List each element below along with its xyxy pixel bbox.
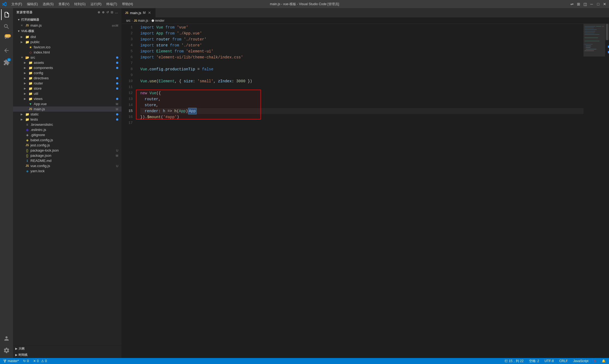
source-control-icon[interactable]: 247 [1, 33, 12, 44]
folder-store[interactable]: ▶ 📁 store [13, 86, 122, 91]
outline-section[interactable]: ▶ 大纲 [13, 346, 122, 352]
folder-assets[interactable]: ▶ 📁 assets [13, 60, 122, 65]
file-packagelock[interactable]: {} package-lock.json U [13, 148, 122, 153]
language-status[interactable]: JavaScript [572, 358, 589, 364]
titlebar: 文件(F) 编辑(E) 选择(S) 查看(V) 转到(G) 运行(R) 终端(T… [0, 0, 609, 8]
collapse-icon[interactable]: ⊟ [111, 11, 113, 14]
file-packagejson[interactable]: {} package.json M [13, 153, 122, 158]
new-folder-icon[interactable]: ⊕ [102, 11, 105, 14]
run-debug-icon[interactable] [1, 45, 12, 56]
assets-arrow: ▶ [24, 61, 27, 64]
search-icon[interactable] [1, 21, 12, 32]
file-appvue[interactable]: ▼ App.vue M [13, 101, 122, 106]
file-vueconfig[interactable]: JS vue.config.js U [13, 163, 122, 168]
menu-view[interactable]: 查看(V) [56, 1, 72, 7]
split-icon[interactable]: ◫ [583, 2, 587, 6]
line-column-text: 行 15，列 22 [505, 359, 523, 363]
warning-icon: ⚠ [41, 359, 44, 363]
timeline-section[interactable]: ▶ 时间线 [13, 352, 122, 358]
menu-terminal[interactable]: 终端(T) [104, 1, 119, 7]
encoding-status[interactable]: UTF-8 [543, 358, 555, 364]
tests-label: tests [30, 117, 116, 121]
git-branch-status[interactable]: master* [2, 358, 20, 364]
file-eslintrc[interactable]: ◉ .eslintrc.js [13, 127, 122, 132]
folder-tests[interactable]: ▶ 📁 tests [13, 117, 122, 122]
tab-close-button[interactable]: ✕ [147, 10, 152, 15]
file-index-html[interactable]: ◇ index.html [13, 50, 122, 55]
refresh-icon[interactable]: ↺ [106, 11, 109, 14]
line-num-8: 8 [122, 66, 133, 72]
gitignore-icon: ◈ [25, 133, 29, 137]
views-folder-icon: 📁 [28, 97, 33, 101]
spaces-status[interactable]: 空格: 2 [528, 358, 540, 364]
breadcrumb-mainjs[interactable]: JSmain.js [134, 19, 148, 23]
errors-status[interactable]: ✕ 0 ⚠ 0 [32, 358, 48, 364]
file-jestconfig[interactable]: JS jest.config.js [13, 143, 122, 148]
svg-rect-7 [585, 34, 599, 35]
more-options-icon[interactable]: … [115, 11, 118, 14]
sogou-icon[interactable]: S [593, 358, 597, 364]
sync-status[interactable]: ↻ 0 [22, 358, 30, 364]
close-file-icon[interactable]: ✕ [21, 24, 24, 27]
dist-folder-icon: 📁 [25, 35, 29, 39]
file-readme[interactable]: ℹ README.md [13, 158, 122, 163]
open-file-mainjs[interactable]: ✕ JS main.js src M [13, 23, 122, 28]
folder-directives[interactable]: ▶ 📁 directives [13, 76, 122, 81]
new-file-icon[interactable]: ⊕ [98, 11, 100, 14]
src-modified-dot [116, 57, 118, 59]
open-file-name: main.js [30, 23, 111, 27]
line-column-status[interactable]: 行 15，列 22 [504, 358, 524, 364]
file-yarnlock[interactable]: ◈ yarn.lock [13, 168, 122, 174]
svg-rect-9 [585, 41, 599, 41]
folder-config[interactable]: ▶ 📁 config [13, 70, 122, 76]
tab-mainjs[interactable]: JS main.js M ✕ [122, 8, 156, 17]
explorer-icon[interactable] [1, 9, 12, 20]
folder-dist[interactable]: ▶ 📁 dist [13, 34, 122, 39]
menu-select[interactable]: 选择(S) [41, 1, 56, 7]
readme-icon: ℹ [25, 159, 29, 163]
views-label: views [34, 97, 116, 101]
minimize-button[interactable]: ─ [589, 2, 594, 6]
code-line-3: import router from './router' [140, 36, 583, 42]
scrollbar-track[interactable] [605, 24, 609, 358]
code-content[interactable]: import Vue from 'vue' import App from '.… [136, 24, 583, 358]
folder-static[interactable]: ▶ 📁 static [13, 112, 122, 117]
titlebar-controls: ⇌ ⊞ ◫ ─ □ ✕ [570, 2, 607, 6]
folder-views[interactable]: ▶ 📁 views [13, 96, 122, 101]
file-browserslistrc[interactable]: ≡ .browserslistrc [13, 122, 122, 127]
settings-icon[interactable] [1, 345, 12, 356]
file-babelconfig[interactable]: ◈ babel.config.js [13, 137, 122, 143]
code-line-15: render: h => h(App)App [140, 108, 583, 114]
extensions-icon[interactable]: 1 [1, 57, 12, 68]
file-mainjs[interactable]: JS main.js M [13, 106, 122, 112]
folder-router[interactable]: ▶ 📁 router [13, 81, 122, 86]
layout-icons-status[interactable]: 🔔 [601, 358, 607, 364]
file-favicon[interactable]: ★ favicon.ico [13, 45, 122, 50]
line-ending-status[interactable]: CRLF [558, 358, 569, 364]
scrollbar-thumb[interactable] [606, 24, 608, 40]
folder-src[interactable]: ▼ 📂 src [13, 55, 122, 60]
vue-template-section[interactable]: ▼ VUE-模板 [13, 28, 122, 34]
code-line-10: Vue.use(Element, { size: 'small', zIndex… [140, 78, 583, 84]
folder-util[interactable]: ▶ 📁 util [13, 91, 122, 96]
babelconfig-icon: ◈ [25, 138, 29, 142]
account-icon[interactable] [1, 333, 12, 344]
remote-icon[interactable]: ⇌ [570, 2, 574, 6]
open-editors-section[interactable]: ▼ 打开的编辑器 [13, 17, 122, 23]
folder-components[interactable]: ▶ 📁 components [13, 65, 122, 70]
menu-run[interactable]: 运行(R) [88, 1, 104, 7]
menu-edit[interactable]: 编辑(E) [25, 1, 40, 7]
layout-icon[interactable]: ⊞ [576, 2, 581, 6]
svg-rect-10 [585, 44, 593, 45]
menu-help[interactable]: 帮助(H) [120, 1, 135, 7]
file-gitignore[interactable]: ◈ .gitignore [13, 132, 122, 137]
menu-file[interactable]: 文件(F) [9, 1, 24, 7]
breadcrumb-render[interactable]: ⬟render [151, 19, 164, 23]
maximize-button[interactable]: □ [596, 2, 600, 6]
breadcrumb-src[interactable]: src [126, 19, 130, 23]
folder-public[interactable]: ▶ 📁 public [13, 39, 122, 45]
close-button[interactable]: ✕ [602, 2, 607, 6]
config-arrow: ▶ [24, 71, 27, 74]
menu-goto[interactable]: 转到(G) [72, 1, 88, 7]
svg-rect-0 [585, 26, 595, 27]
